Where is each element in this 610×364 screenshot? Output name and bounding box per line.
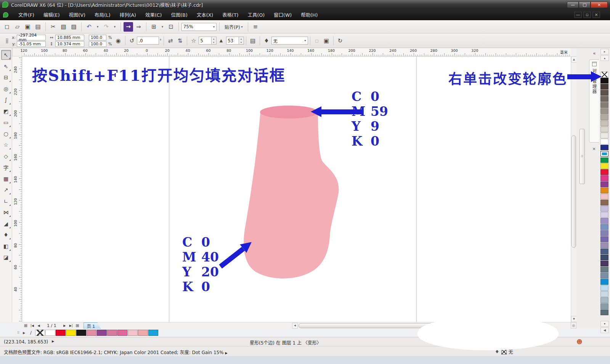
copy-icon[interactable]: ▧ [59,22,68,32]
color-swatch[interactable] [600,96,608,102]
color-swatch[interactable] [600,90,608,96]
palette-expand-icon[interactable]: ◀ [600,327,609,333]
document-color-swatch[interactable] [128,330,138,336]
color-swatch[interactable] [600,297,608,303]
object-height-field[interactable]: 10.374 mm [55,41,84,47]
scale-h-field[interactable]: 100.0 [89,35,106,40]
previous-page-icon[interactable]: ◀ [36,323,42,329]
color-swatch[interactable] [600,291,608,297]
color-swatch[interactable] [600,230,608,236]
scroll-left-icon[interactable]: ◀ [292,323,298,329]
freehand-tool[interactable]: ∫ [1,95,11,105]
palette-scroll-down-icon[interactable]: ▾ [600,321,609,327]
color-swatch[interactable] [600,72,608,77]
color-swatch[interactable] [600,127,608,132]
document-color-swatch[interactable] [148,330,158,336]
shape-tool[interactable]: ⇖ [1,61,11,71]
redo-icon[interactable]: ↷ [101,22,111,32]
color-swatch[interactable] [600,114,608,120]
save-icon[interactable]: ▣ [23,22,32,32]
rotation-angle-field[interactable]: .0 [137,37,159,45]
crop-tool[interactable]: ⊟ [1,72,11,82]
color-swatch[interactable] [600,261,608,266]
rectangle-tool[interactable]: ▭ [1,117,11,127]
spin-down-icon[interactable]: ▾ [212,40,216,44]
menu-item[interactable]: 视图(V) [64,9,90,20]
zoom-tool[interactable]: ◎ [1,84,11,94]
menu-item[interactable]: 效果(C) [141,9,166,20]
sharpness-spinner[interactable]: 53 ▴▾ [226,37,244,45]
cut-icon[interactable]: ✂ [48,22,58,32]
sock-drawing[interactable] [22,56,571,322]
undo-icon[interactable]: ↶ [84,22,94,32]
menu-item[interactable]: 文本(X) [192,9,218,20]
palette-flyout-icon[interactable]: ▸ [600,49,609,55]
launcher-dropdown-icon[interactable]: ▾ [159,22,165,32]
color-swatch[interactable] [600,267,608,273]
color-swatch[interactable] [600,78,608,83]
color-swatch[interactable] [600,139,608,144]
add-page-icon[interactable]: ⊞ [75,323,80,329]
color-swatch[interactable] [600,224,608,230]
color-swatch[interactable] [600,218,608,224]
first-page-icon[interactable]: |◀ [29,323,35,329]
object-width-field[interactable]: 10.885 mm [55,35,84,40]
document-color-swatch[interactable] [56,330,66,336]
profile-flyout-icon[interactable]: ▶ [225,351,228,355]
y-position-field[interactable]: -51.05 mm [17,41,46,47]
color-swatch[interactable] [600,206,608,212]
open-icon[interactable]: ▱ [13,22,22,32]
spin-down-icon[interactable]: ▾ [239,40,244,44]
star-points-spinner[interactable]: 5 ▴▾ [199,37,217,45]
color-swatch[interactable] [600,309,608,315]
docker-collapse-icon[interactable]: « [590,50,599,56]
document-color-swatch[interactable] [117,330,127,336]
scroll-down-icon[interactable]: ▼ [571,316,577,322]
color-swatch[interactable] [600,212,608,218]
user-account-icon[interactable]: ☻ [576,338,583,345]
last-page-icon[interactable]: ▶| [68,323,74,329]
paste-icon[interactable]: ▨ [69,22,79,32]
spin-up-icon[interactable]: ▴ [212,37,216,40]
mirror-horizontal-icon[interactable]: ⇄ [166,36,175,45]
minimize-button[interactable]: — [567,2,579,8]
color-eyedropper-tool[interactable]: ◢ [1,219,11,229]
horizontal-ruler[interactable]: 毫米 1201008060402002040608010012014016018… [22,48,571,56]
behind-fill-icon[interactable]: ▣ [322,36,331,45]
next-page-icon[interactable]: ▶ [62,323,67,329]
import-icon[interactable]: → [124,22,133,32]
color-swatch[interactable] [600,200,608,205]
options-icon[interactable]: ≡ [251,22,260,32]
color-swatch[interactable] [600,273,608,279]
palette-pin-icon[interactable]: ▴ [600,55,609,61]
menu-item[interactable]: 表格(T) [218,9,243,20]
text-wrap-icon[interactable]: ▤ [248,36,258,45]
new-icon[interactable]: ◻ [2,22,12,32]
connector-tool[interactable]: ∟ [1,196,11,206]
outline-width-select[interactable]: 无 ▾ [271,37,308,45]
color-swatch[interactable] [600,108,608,114]
dimension-tool[interactable]: ↗ [1,185,11,195]
color-swatch[interactable] [600,163,608,169]
document-color-swatch[interactable] [76,330,86,336]
vertical-scrollbar[interactable]: ▲ ▼ [571,56,576,322]
interactive-fill-tool[interactable]: ◪ [1,252,11,262]
color-swatch[interactable] [600,242,608,248]
text-tool[interactable]: 字 [1,162,11,172]
color-swatch[interactable] [600,181,608,187]
application-launcher-icon[interactable]: ⊞ [149,22,159,32]
menu-item[interactable]: 文件(F) [14,9,39,20]
color-swatch[interactable] [600,145,608,151]
menu-item[interactable]: 帮助(H) [296,9,322,20]
basic-shapes-tool[interactable]: ◇ [1,151,11,161]
menu-item[interactable]: 布局(L) [90,9,115,20]
docker-splitter-grip[interactable]: ⠿ [580,129,585,184]
doc-close-button[interactable]: × [592,12,600,18]
color-swatch[interactable] [600,133,608,138]
vertical-ruler[interactable]: 240220200180160140120100806040 [12,56,22,322]
palette-grip[interactable]: ⠿ [17,331,20,335]
outline-pen-tool[interactable]: ♦ [1,230,11,240]
zoom-level-select[interactable]: 75% ▾ [181,23,217,31]
docker-close-icon[interactable]: × [591,146,597,152]
redo-dropdown-icon[interactable]: ▾ [112,22,118,32]
